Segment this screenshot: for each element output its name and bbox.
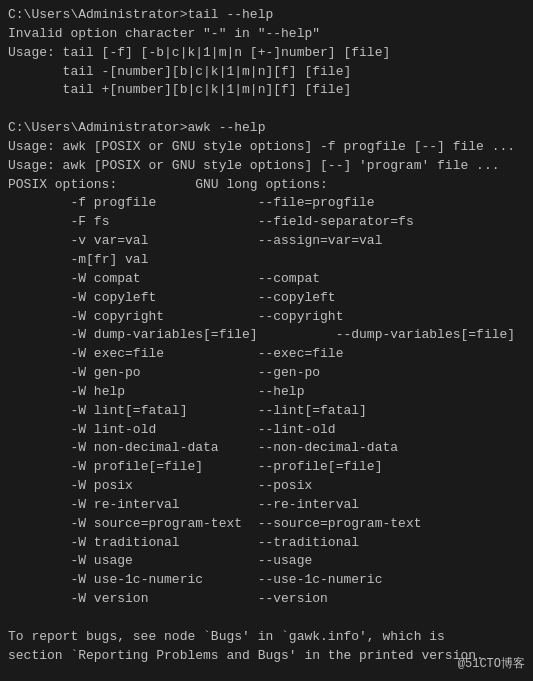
terminal-window: C:\Users\Administrator>tail --help Inval…: [8, 6, 525, 681]
watermark-label: @51CTO博客: [458, 656, 525, 673]
terminal-output: C:\Users\Administrator>tail --help Inval…: [8, 6, 525, 681]
